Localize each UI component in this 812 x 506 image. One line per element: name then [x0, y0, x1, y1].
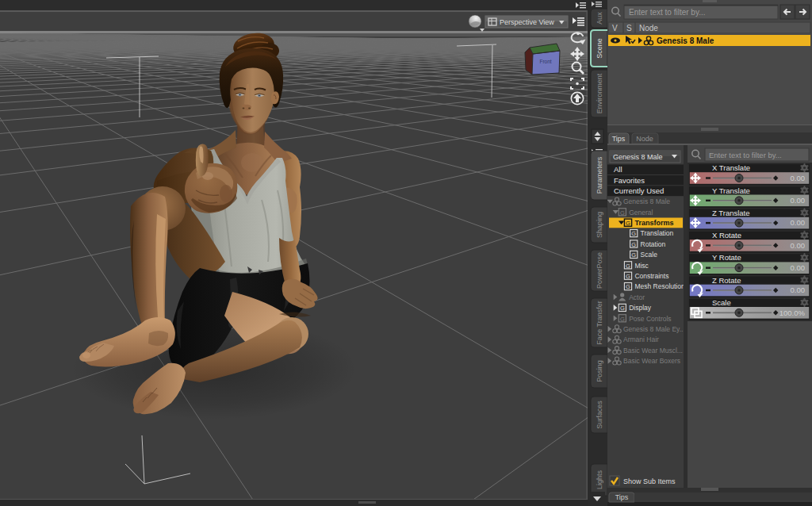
svg-text:Lights: Lights [596, 470, 603, 489]
svg-text:X Translate: X Translate [712, 163, 750, 172]
svg-text:Parameters: Parameters [596, 156, 603, 194]
svg-text:Z Translate: Z Translate [712, 209, 750, 217]
svg-text:Constraints: Constraints [634, 272, 668, 280]
svg-text:Surfaces: Surfaces [596, 401, 603, 429]
svg-text:Perspective View: Perspective View [500, 18, 554, 26]
svg-text:Tips: Tips [615, 493, 629, 501]
svg-text:Front: Front [539, 59, 551, 64]
svg-text:0.00: 0.00 [791, 218, 806, 227]
svg-text:Favorites: Favorites [614, 176, 645, 185]
svg-text:X Rotate: X Rotate [712, 231, 741, 240]
svg-text:Z Rotate: Z Rotate [712, 276, 741, 285]
svg-text:100.0%: 100.0% [779, 309, 806, 317]
svg-text:G: G [626, 220, 630, 227]
svg-text:0.00: 0.00 [791, 241, 806, 250]
svg-text:G: G [626, 263, 630, 270]
svg-text:Basic Wear Muscl...: Basic Wear Muscl... [623, 347, 683, 355]
svg-text:Node: Node [639, 24, 658, 33]
svg-text:Tips: Tips [612, 135, 626, 143]
svg-text:G: G [626, 283, 630, 290]
svg-text:Enter text to filter by...: Enter text to filter by... [709, 151, 782, 159]
svg-text:Node: Node [636, 135, 653, 143]
svg-text:0.00: 0.00 [791, 263, 806, 272]
svg-text:G: G [631, 230, 636, 237]
svg-text:G: G [620, 305, 625, 312]
svg-text:G: G [631, 241, 636, 248]
svg-text:Aux: Aux [596, 12, 603, 25]
svg-text:0.00: 0.00 [791, 174, 806, 182]
svg-text:Scale: Scale [641, 251, 658, 259]
svg-text:S: S [626, 24, 632, 33]
svg-text:Enter text to filter by...: Enter text to filter by... [629, 8, 706, 17]
svg-text:Basic Wear Boxers: Basic Wear Boxers [623, 357, 680, 365]
svg-text:Shaping: Shaping [596, 212, 603, 238]
svg-text:Environment: Environment [596, 73, 603, 113]
svg-text:Misc: Misc [634, 262, 649, 270]
svg-text:Genesis 8 Male: Genesis 8 Male [623, 197, 670, 205]
svg-text:Currently Used: Currently Used [614, 186, 664, 195]
svg-text:G: G [626, 273, 630, 280]
svg-text:PowerPose: PowerPose [596, 252, 603, 289]
svg-text:G: G [631, 251, 636, 259]
svg-text:Display: Display [629, 304, 652, 312]
svg-text:0.00: 0.00 [791, 286, 806, 294]
svg-text:Y Rotate: Y Rotate [712, 253, 741, 262]
svg-text:0.00: 0.00 [791, 196, 806, 205]
svg-text:General: General [629, 209, 653, 217]
svg-text:Armani Hair: Armani Hair [623, 335, 659, 343]
svg-text:Y Translate: Y Translate [712, 186, 750, 195]
svg-text:G: G [620, 209, 625, 217]
svg-text:G: G [620, 316, 625, 323]
svg-text:Actor: Actor [629, 293, 645, 301]
svg-text:V: V [612, 24, 618, 33]
svg-text:Rotation: Rotation [641, 240, 666, 248]
svg-text:Posing: Posing [596, 360, 603, 382]
svg-text:Translation: Translation [641, 229, 674, 237]
svg-text:Mesh Resolution: Mesh Resolution [634, 282, 685, 290]
svg-text:Genesis 8 Male: Genesis 8 Male [613, 153, 663, 161]
svg-text:Face Transfer: Face Transfer [596, 301, 603, 345]
svg-text:Genesis 8 Male Ey...: Genesis 8 Male Ey... [623, 325, 685, 333]
svg-text:Scale: Scale [712, 298, 731, 307]
svg-text:Scene: Scene [596, 38, 603, 59]
svg-text:Genesis 8 Male: Genesis 8 Male [657, 36, 714, 45]
svg-text:Pose Controls: Pose Controls [629, 315, 671, 323]
svg-text:All: All [614, 165, 622, 174]
svg-text:Transforms: Transforms [634, 219, 673, 227]
svg-text:Show Sub Items: Show Sub Items [623, 477, 676, 485]
